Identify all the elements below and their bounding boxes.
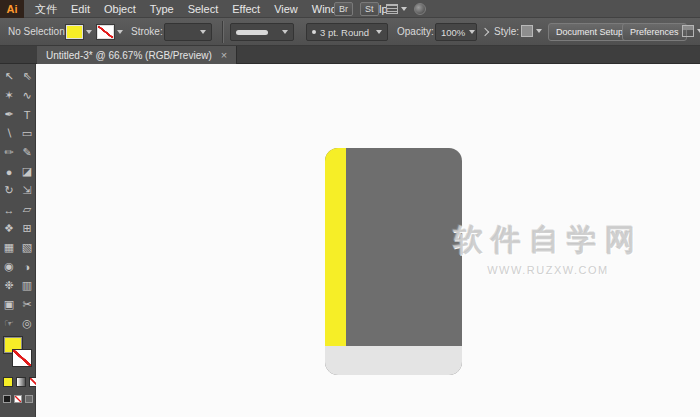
style-dropdown[interactable] <box>521 25 542 37</box>
fill-swatch <box>66 25 83 39</box>
symbol-sprayer-tool-icon: ❉ <box>4 279 13 292</box>
expand-chevron-icon[interactable] <box>481 28 489 36</box>
menu-item-file[interactable]: 文件 <box>28 0 64 18</box>
swap-none-icon[interactable] <box>14 395 22 403</box>
rectangle-tool[interactable]: ▭ <box>18 124 36 143</box>
eyedropper-tool[interactable]: ◉ <box>0 257 18 276</box>
document-setup-button[interactable]: Document Setup <box>548 23 631 41</box>
brush-value: 3 pt. Round <box>320 27 369 38</box>
chevron-down-icon <box>86 30 92 34</box>
opacity-value: 100% <box>441 27 465 38</box>
document-tab[interactable]: Untitled-3* @ 66.67% (RGB/Preview) × <box>37 46 237 64</box>
rectangle-tool-icon: ▭ <box>22 127 32 140</box>
lasso-tool-icon: ∿ <box>22 89 31 102</box>
selection-status: No Selection <box>8 18 65 46</box>
mesh-tool[interactable]: ▦ <box>0 238 18 257</box>
chevron-down-icon <box>117 30 123 34</box>
menu-bar: Ai 文件EditObjectTypeSelectEffectViewWindo… <box>0 0 700 18</box>
width-tool[interactable]: ↔ <box>0 200 18 219</box>
tools-panel: ↖⇖✶∿✒T∖▭✏✎●◪↻⇲↔▱❖⊞▦▧◉◑❉▥▣✂☞◎ <box>0 64 36 417</box>
panel-options-control[interactable] <box>682 25 700 37</box>
default-fill-stroke-icon[interactable] <box>3 395 11 403</box>
menu-item-effect[interactable]: Effect <box>225 0 267 18</box>
free-transform-tool[interactable]: ▱ <box>18 200 36 219</box>
stroke-width-dropdown[interactable] <box>164 23 212 41</box>
opacity-dropdown[interactable]: 100% <box>435 23 477 41</box>
chevron-down-icon <box>469 30 475 34</box>
gradient-button[interactable] <box>16 377 26 387</box>
direct-selection-tool-icon: ⇖ <box>22 70 31 83</box>
rotate-tool-icon: ↻ <box>4 184 13 197</box>
selection-tool[interactable]: ↖ <box>0 67 18 86</box>
type-tool[interactable]: T <box>18 105 36 124</box>
shape-builder-tool[interactable]: ❖ <box>0 219 18 238</box>
symbol-sprayer-tool[interactable]: ❉ <box>0 276 18 295</box>
graph-tool-icon: ▥ <box>22 279 32 292</box>
blend-tool[interactable]: ◑ <box>18 257 36 276</box>
scale-tool[interactable]: ⇲ <box>18 181 36 200</box>
eraser-tool[interactable]: ◪ <box>18 162 36 181</box>
perspective-grid-tool[interactable]: ⊞ <box>18 219 36 238</box>
preferences-button[interactable]: Preferences <box>622 23 687 41</box>
graph-tool[interactable]: ▥ <box>18 276 36 295</box>
line-segment-tool[interactable]: ∖ <box>0 124 18 143</box>
panel-icon <box>682 25 694 37</box>
mesh-tool-icon: ▦ <box>4 241 14 254</box>
color-button[interactable] <box>3 377 13 387</box>
blend-tool-icon: ◑ <box>24 261 31 273</box>
illustrator-window: Ai 文件EditObjectTypeSelectEffectViewWindo… <box>0 0 700 417</box>
pencil-tool-icon: ✎ <box>22 146 31 159</box>
direct-selection-tool[interactable]: ⇖ <box>18 67 36 86</box>
rotate-tool[interactable]: ↻ <box>0 181 18 200</box>
divider <box>222 21 223 43</box>
blob-brush-tool-icon: ● <box>6 166 13 178</box>
width-tool-icon: ↔ <box>4 204 15 216</box>
chevron-down-icon <box>200 30 206 34</box>
artboard-canvas[interactable]: 软件自学网 WWW.RUZXW.COM <box>36 64 700 417</box>
pen-tool-icon: ✒ <box>4 108 13 121</box>
stroke-label: Stroke: <box>131 18 163 46</box>
brush-definition-dropdown[interactable] <box>230 23 294 41</box>
pen-tool[interactable]: ✒ <box>0 105 18 124</box>
menu-item-edit[interactable]: Edit <box>64 0 97 18</box>
watermark-text: 软件自学网 <box>428 220 668 261</box>
tab-bar: Untitled-3* @ 66.67% (RGB/Preview) × <box>0 46 700 64</box>
color-mode-buttons <box>3 377 39 387</box>
paintbrush-tool[interactable]: ✏ <box>0 143 18 162</box>
menu-item-view[interactable]: View <box>267 0 305 18</box>
draw-normal-icon[interactable] <box>25 395 33 403</box>
cs-live-icon[interactable] <box>414 3 426 15</box>
stroke-indicator[interactable] <box>12 349 32 367</box>
lasso-tool[interactable]: ∿ <box>18 86 36 105</box>
slice-tool[interactable]: ✂ <box>18 295 36 314</box>
app-logo-icon[interactable]: Ai <box>0 0 24 18</box>
menu-item-select[interactable]: Select <box>181 0 226 18</box>
close-icon[interactable]: × <box>221 50 227 60</box>
perspective-grid-tool-icon: ⊞ <box>22 222 31 235</box>
menu-item-object[interactable]: Object <box>97 0 143 18</box>
stroke-color-control[interactable] <box>97 25 123 39</box>
pencil-tool[interactable]: ✎ <box>18 143 36 162</box>
workspace-switcher[interactable] <box>386 4 407 14</box>
chevron-down-icon <box>536 29 542 33</box>
stroke-none-swatch <box>97 25 114 39</box>
shape-builder-tool-icon: ❖ <box>4 222 14 235</box>
free-transform-tool-icon: ▱ <box>23 203 31 216</box>
hand-tool[interactable]: ☞ <box>0 314 18 333</box>
fill-color-control[interactable] <box>66 25 92 39</box>
menu-item-type[interactable]: Type <box>143 0 181 18</box>
book-bottom-shape[interactable] <box>325 346 462 375</box>
variable-width-profile-dropdown[interactable]: 3 pt. Round <box>306 23 388 41</box>
stock-button[interactable]: St <box>360 2 379 16</box>
blob-brush-tool[interactable]: ● <box>0 162 18 181</box>
book-spine-shape[interactable] <box>325 148 346 346</box>
gradient-tool[interactable]: ▧ <box>18 238 36 257</box>
menu-bar-right: Br St <box>334 1 426 17</box>
artboard-tool[interactable]: ▣ <box>0 295 18 314</box>
brush-dot-icon <box>312 30 316 34</box>
zoom-tool[interactable]: ◎ <box>18 314 36 333</box>
bridge-button[interactable]: Br <box>334 2 353 16</box>
style-label: Style: <box>494 18 519 46</box>
chevron-down-icon <box>282 30 288 34</box>
magic-wand-tool[interactable]: ✶ <box>0 86 18 105</box>
